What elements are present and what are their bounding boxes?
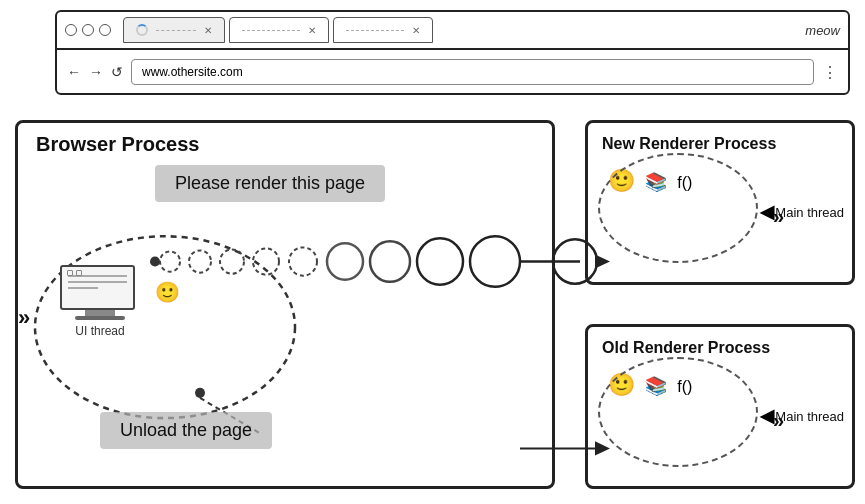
left-chevrons: » bbox=[18, 305, 30, 331]
tab-2[interactable]: ✕ bbox=[229, 17, 329, 43]
browser-process-label: Browser Process bbox=[36, 133, 199, 156]
forward-button[interactable]: → bbox=[89, 64, 103, 80]
render-message-text: Please render this page bbox=[175, 173, 365, 193]
diagram-area: Browser Process New Renderer Process 🙂 📚… bbox=[0, 110, 865, 504]
old-renderer-label: Old Renderer Process bbox=[602, 339, 770, 357]
tab-3-close[interactable]: ✕ bbox=[412, 25, 420, 36]
old-renderer-arrow: ◀ bbox=[760, 405, 774, 427]
tab-1[interactable]: ✕ bbox=[123, 17, 225, 43]
tab-1-content bbox=[156, 30, 196, 31]
back-button[interactable]: ← bbox=[67, 64, 81, 80]
menu-button[interactable]: ⋮ bbox=[822, 63, 838, 82]
old-renderer-box: Old Renderer Process 🙂 📚 f() ◀ » Main th… bbox=[585, 324, 855, 489]
address-bar-row: ← → ↺ ⋮ bbox=[57, 50, 848, 94]
new-renderer-label: New Renderer Process bbox=[602, 135, 776, 153]
computer-icon-wrapper: UI thread bbox=[60, 265, 140, 338]
new-renderer-arrow: ◀ bbox=[760, 201, 774, 223]
render-message-banner: Please render this page bbox=[155, 165, 385, 202]
tab-1-close[interactable]: ✕ bbox=[204, 25, 212, 36]
win-btn-3 bbox=[99, 24, 111, 36]
tab-2-content bbox=[242, 30, 300, 31]
tab-3[interactable]: ✕ bbox=[333, 17, 433, 43]
new-renderer-oval bbox=[598, 153, 758, 263]
browser-smiley: 🙂 bbox=[155, 280, 180, 304]
screen-line-3 bbox=[68, 287, 98, 289]
nav-icon-1 bbox=[67, 270, 73, 276]
refresh-button[interactable]: ↺ bbox=[111, 64, 123, 80]
tab-2-close[interactable]: ✕ bbox=[308, 25, 316, 36]
old-renderer-oval bbox=[598, 357, 758, 467]
tab-bar: ✕ ✕ ✕ meow bbox=[57, 12, 848, 50]
screen-line-2 bbox=[68, 281, 127, 283]
old-main-thread-label: Main thread bbox=[775, 409, 844, 424]
tab-3-content bbox=[346, 30, 404, 31]
nav-icon-2 bbox=[76, 270, 82, 276]
new-main-thread-label: Main thread bbox=[775, 205, 844, 220]
ui-thread-area: UI thread bbox=[60, 265, 140, 338]
monitor bbox=[60, 265, 135, 310]
address-bar[interactable] bbox=[131, 59, 814, 85]
new-renderer-box: New Renderer Process 🙂 📚 f() ◀ » Main th… bbox=[585, 120, 855, 285]
unload-message-text: Unload the page bbox=[120, 420, 252, 440]
win-btn-1 bbox=[65, 24, 77, 36]
tab-loading-spinner bbox=[136, 24, 148, 36]
window-buttons bbox=[65, 24, 111, 36]
browser-nav-icons bbox=[67, 270, 82, 276]
unload-message-banner: Unload the page bbox=[100, 412, 272, 449]
meow-label: meow bbox=[805, 23, 840, 38]
browser-window: ✕ ✕ ✕ meow ← → ↺ ⋮ bbox=[55, 10, 850, 95]
win-btn-2 bbox=[82, 24, 94, 36]
monitor-base bbox=[75, 316, 125, 320]
ui-thread-label: UI thread bbox=[60, 324, 140, 338]
